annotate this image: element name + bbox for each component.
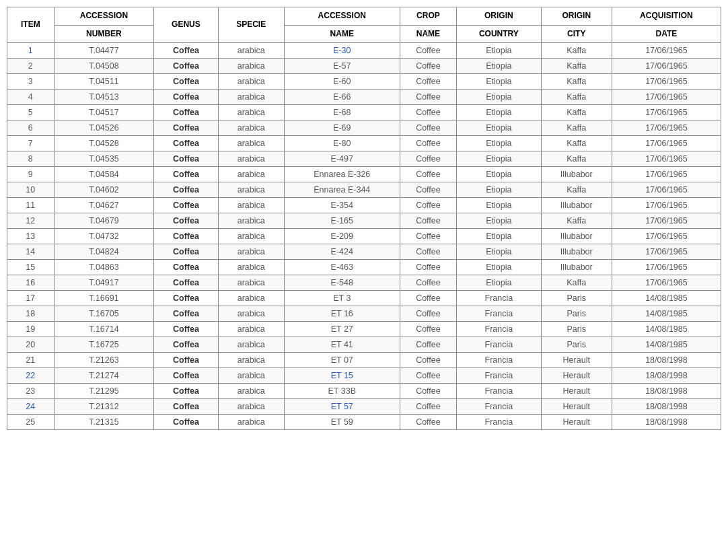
cell-accession-number: T.21295 xyxy=(54,384,154,399)
cell-specie: arabica xyxy=(218,322,284,337)
header-genus: GENUS xyxy=(154,7,219,43)
header-acquisition-date-2: DATE xyxy=(612,25,721,43)
cell-origin-city: Kaffa xyxy=(541,74,612,90)
header-accession-name-1: ACCESSION xyxy=(284,7,400,26)
cell-item: 5 xyxy=(7,105,54,120)
cell-item: 16 xyxy=(7,275,54,291)
cell-accession-name: E-497 xyxy=(284,151,400,167)
cell-crop-name: Coffee xyxy=(400,306,456,322)
cell-item: 7 xyxy=(7,136,54,151)
cell-origin-city: Kaffa xyxy=(541,90,612,105)
cell-crop-name: Coffee xyxy=(400,213,456,229)
cell-item: 23 xyxy=(7,384,54,399)
cell-specie: arabica xyxy=(218,90,284,105)
cell-genus: Coffea xyxy=(154,213,219,229)
cell-specie: arabica xyxy=(218,43,284,59)
cell-genus: Coffea xyxy=(154,353,219,368)
cell-crop-name: Coffee xyxy=(400,167,456,182)
cell-crop-name: Coffee xyxy=(400,151,456,167)
cell-crop-name: Coffee xyxy=(400,59,456,74)
cell-acquisition-date: 17/06/1965 xyxy=(612,59,721,74)
cell-accession-name: E-57 xyxy=(284,59,400,74)
cell-accession-number: T.21312 xyxy=(54,399,154,415)
cell-crop-name: Coffee xyxy=(400,260,456,275)
cell-accession-number: T.16714 xyxy=(54,322,154,337)
cell-acquisition-date: 17/06/1965 xyxy=(612,229,721,244)
cell-acquisition-date: 17/06/1965 xyxy=(612,260,721,275)
table-container: Rural Development Administration ITEM AC… xyxy=(7,7,721,430)
cell-origin-city: Herault xyxy=(541,353,612,368)
header-origin-country-1: ORIGIN xyxy=(457,7,542,26)
cell-accession-name: ET 27 xyxy=(284,322,400,337)
cell-crop-name: Coffee xyxy=(400,120,456,136)
cell-origin-country: Etiopia xyxy=(457,105,542,120)
cell-crop-name: Coffee xyxy=(400,353,456,368)
cell-item: 9 xyxy=(7,167,54,182)
cell-acquisition-date: 17/06/1965 xyxy=(612,151,721,167)
cell-origin-country: Francia xyxy=(457,322,542,337)
cell-accession-name: ET 07 xyxy=(284,353,400,368)
cell-origin-city: Herault xyxy=(541,384,612,399)
cell-crop-name: Coffee xyxy=(400,399,456,415)
cell-crop-name: Coffee xyxy=(400,182,456,198)
cell-crop-name: Coffee xyxy=(400,229,456,244)
cell-acquisition-date: 17/06/1965 xyxy=(612,213,721,229)
cell-accession-number: T.16705 xyxy=(54,306,154,322)
cell-genus: Coffea xyxy=(154,43,219,59)
cell-acquisition-date: 17/06/1965 xyxy=(612,198,721,213)
cell-specie: arabica xyxy=(218,291,284,306)
cell-specie: arabica xyxy=(218,337,284,353)
cell-crop-name: Coffee xyxy=(400,322,456,337)
cell-accession-name: E-354 xyxy=(284,198,400,213)
cell-crop-name: Coffee xyxy=(400,275,456,291)
cell-accession-name: E-68 xyxy=(284,105,400,120)
cell-specie: arabica xyxy=(218,353,284,368)
cell-accession-number: T.04863 xyxy=(54,260,154,275)
cell-origin-city: Herault xyxy=(541,415,612,430)
cell-specie: arabica xyxy=(218,182,284,198)
cell-accession-number: T.16691 xyxy=(54,291,154,306)
cell-item: 18 xyxy=(7,306,54,322)
cell-specie: arabica xyxy=(218,120,284,136)
cell-genus: Coffea xyxy=(154,244,219,260)
header-origin-country-2: COUNTRY xyxy=(457,25,542,43)
cell-acquisition-date: 14/08/1985 xyxy=(612,306,721,322)
cell-accession-number: T.04511 xyxy=(54,74,154,90)
cell-origin-city: Illubabor xyxy=(541,244,612,260)
cell-origin-country: Etiopia xyxy=(457,260,542,275)
cell-origin-country: Francia xyxy=(457,291,542,306)
cell-acquisition-date: 17/06/1965 xyxy=(612,136,721,151)
cell-acquisition-date: 17/06/1965 xyxy=(612,43,721,59)
cell-genus: Coffea xyxy=(154,260,219,275)
cell-accession-number: T.04732 xyxy=(54,229,154,244)
cell-item: 2 xyxy=(7,59,54,74)
cell-specie: arabica xyxy=(218,59,284,74)
cell-origin-city: Kaffa xyxy=(541,136,612,151)
cell-origin-city: Herault xyxy=(541,399,612,415)
cell-origin-country: Francia xyxy=(457,368,542,384)
cell-origin-city: Herault xyxy=(541,368,612,384)
cell-genus: Coffea xyxy=(154,368,219,384)
header-origin-city-1: ORIGIN xyxy=(541,7,612,26)
cell-specie: arabica xyxy=(218,399,284,415)
cell-origin-country: Etiopia xyxy=(457,213,542,229)
cell-acquisition-date: 17/06/1965 xyxy=(612,244,721,260)
cell-genus: Coffea xyxy=(154,399,219,415)
cell-acquisition-date: 14/08/1985 xyxy=(612,291,721,306)
header-acquisition-date-1: ACQUISITION xyxy=(612,7,721,26)
cell-accession-number: T.16725 xyxy=(54,337,154,353)
cell-crop-name: Coffee xyxy=(400,384,456,399)
cell-accession-number: T.21315 xyxy=(54,415,154,430)
cell-item: 4 xyxy=(7,90,54,105)
cell-accession-name: E-80 xyxy=(284,136,400,151)
cell-accession-name: Ennarea E-344 xyxy=(284,182,400,198)
cell-genus: Coffea xyxy=(154,384,219,399)
cell-origin-city: Kaffa xyxy=(541,105,612,120)
cell-accession-name: E-165 xyxy=(284,213,400,229)
cell-origin-country: Etiopia xyxy=(457,244,542,260)
cell-specie: arabica xyxy=(218,415,284,430)
cell-accession-number: T.04526 xyxy=(54,120,154,136)
cell-item: 22 xyxy=(7,368,54,384)
cell-accession-name: ET 41 xyxy=(284,337,400,353)
cell-acquisition-date: 14/08/1985 xyxy=(612,337,721,353)
